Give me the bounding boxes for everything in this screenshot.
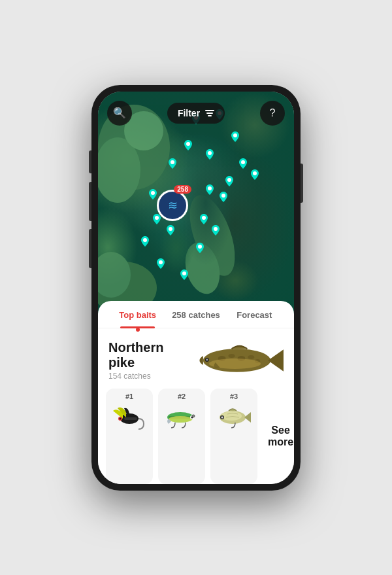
map-pin[interactable] [239, 158, 247, 169]
svg-point-14 [202, 216, 206, 220]
svg-point-15 [214, 227, 218, 231]
map-pin[interactable] [225, 176, 233, 186]
wave-icon: ≋ [168, 198, 178, 213]
cluster-count: 258 [174, 185, 191, 194]
tab-catches[interactable]: 258 catches [167, 310, 225, 328]
silent-button [89, 150, 91, 173]
svg-point-19 [143, 238, 147, 242]
map-pin[interactable] [200, 214, 208, 224]
help-icon: ? [270, 107, 276, 119]
svg-point-8 [233, 133, 237, 137]
power-button [301, 164, 303, 203]
map-pin[interactable] [206, 184, 214, 195]
map-controls: 🔍 Filter ? [98, 101, 294, 126]
svg-point-24 [186, 142, 190, 146]
fish-catches: 154 catches [108, 372, 193, 381]
svg-point-23 [208, 151, 212, 155]
volume-up-button [89, 182, 91, 221]
svg-point-46 [192, 415, 195, 417]
phone-frame: 🔍 Filter ? [91, 85, 301, 491]
fish-info: Northern pike 154 catches [108, 340, 193, 381]
fish-image [193, 338, 284, 383]
map-pin[interactable] [149, 189, 157, 200]
map-pin[interactable] [212, 225, 220, 235]
cluster-badge[interactable]: 258 ≋ [157, 190, 188, 221]
map-pin[interactable] [157, 258, 165, 269]
tab-bar: Top baits 258 catches Forecast [98, 301, 294, 328]
bait-image-1 [110, 404, 149, 430]
svg-point-21 [182, 271, 186, 275]
svg-point-36 [206, 358, 208, 360]
svg-point-9 [241, 160, 245, 164]
fish-name: Northern pike [108, 340, 193, 370]
filter-label: Filter [178, 108, 200, 118]
bottom-sheet: Top baits 258 catches Forecast Northern … [98, 301, 294, 484]
map-pin[interactable] [141, 236, 149, 247]
bait-rank-1: #1 [125, 392, 133, 400]
map-pin[interactable] [206, 149, 214, 160]
bait-section: #1 [98, 389, 294, 484]
svg-point-43 [169, 416, 192, 423]
svg-point-17 [169, 227, 172, 231]
pike-svg [193, 338, 284, 383]
cluster-circle: 258 ≋ [157, 190, 188, 221]
svg-point-30 [229, 354, 235, 358]
map-pin[interactable] [220, 192, 227, 202]
svg-rect-38 [124, 417, 137, 420]
search-icon: 🔍 [113, 107, 126, 119]
svg-point-6 [98, 252, 131, 298]
map-view[interactable]: 🔍 Filter ? [98, 92, 294, 314]
map-pin[interactable] [169, 158, 176, 169]
svg-point-32 [248, 355, 254, 359]
tab-forecast[interactable]: Forecast [225, 310, 284, 328]
svg-point-27 [151, 191, 155, 195]
svg-point-11 [227, 178, 231, 182]
map-pin[interactable] [180, 270, 188, 280]
svg-point-13 [221, 194, 225, 198]
active-tab-indicator [136, 328, 140, 332]
fish-section: Northern pike 154 catches [98, 328, 294, 389]
map-pin[interactable] [167, 225, 174, 235]
svg-point-16 [198, 245, 202, 249]
map-pin[interactable] [251, 169, 259, 180]
phone-screen: 🔍 Filter ? [98, 92, 294, 484]
see-more-card[interactable]: See more [263, 389, 294, 484]
help-button[interactable]: ? [260, 101, 285, 126]
map-pin[interactable] [231, 131, 239, 142]
svg-point-1 [98, 137, 140, 203]
bait-image-2 [162, 404, 201, 430]
bait-image-3 [214, 404, 253, 430]
volume-down-button [89, 229, 91, 268]
svg-point-12 [208, 186, 212, 190]
svg-point-40 [120, 417, 122, 419]
filter-icon [205, 110, 214, 116]
search-button[interactable]: 🔍 [107, 101, 132, 126]
tab-top-baits[interactable]: Top baits [108, 310, 167, 328]
svg-point-20 [159, 260, 163, 264]
bait-rank-2: #2 [178, 392, 186, 400]
svg-point-26 [171, 160, 174, 164]
bait-card-3[interactable]: #3 [210, 389, 257, 484]
svg-point-48 [221, 411, 242, 421]
bait-card-1[interactable]: #1 [106, 389, 153, 484]
svg-point-50 [221, 416, 223, 418]
svg-point-10 [253, 171, 257, 175]
map-pin[interactable] [184, 140, 192, 150]
bait-rank-3: #3 [230, 392, 238, 400]
see-more-label: See more [268, 425, 293, 448]
bait-card-2[interactable]: #2 [158, 389, 205, 484]
map-pin[interactable] [196, 243, 204, 253]
filter-button[interactable]: Filter [167, 103, 225, 124]
